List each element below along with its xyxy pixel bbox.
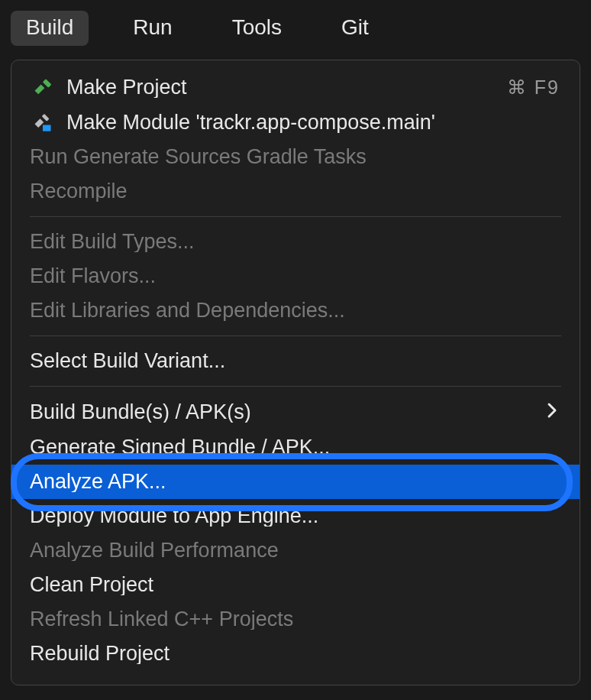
menu-item-label: Rebuild Project (30, 643, 561, 664)
menu-item-edit-flavors: Edit Flavors... (11, 259, 580, 293)
menu-item-shortcut: ⌘ F9 (507, 78, 561, 97)
chevron-right-icon (546, 401, 561, 423)
svg-rect-1 (42, 114, 50, 122)
svg-rect-0 (43, 79, 52, 88)
menu-item-label: Refresh Linked C++ Projects (30, 609, 561, 630)
menu-item-label: Edit Build Types... (30, 232, 561, 252)
menu-item-deploy-app-engine[interactable]: Deploy Module to App Engine... (11, 499, 580, 533)
menu-item-label: Deploy Module to App Engine... (30, 506, 561, 527)
menu-item-label: Analyze Build Performance (30, 540, 561, 561)
menu-item-refresh-cpp: Refresh Linked C++ Projects (11, 602, 580, 637)
menu-item-make-project[interactable]: Make Project ⌘ F9 (11, 70, 580, 105)
menubar-item-label: Build (26, 15, 73, 39)
menu-item-label: Run Generate Sources Gradle Tasks (30, 147, 561, 167)
menu-item-gen-signed[interactable]: Generate Signed Bundle / APK... (11, 430, 580, 465)
menu-item-label: Build Bundle(s) / APK(s) (30, 402, 535, 423)
menu-item-run-gen-sources: Run Generate Sources Gradle Tasks (11, 140, 580, 174)
menubar-item-label: Git (341, 15, 369, 39)
menu-item-label: Edit Libraries and Dependencies... (30, 300, 561, 321)
menu-item-label: Analyze APK... (30, 472, 561, 492)
menu-item-analyze-apk[interactable]: Analyze APK... (11, 465, 580, 499)
hammer-blue-icon (30, 112, 56, 133)
svg-rect-2 (43, 125, 51, 131)
menu-item-label: Make Module 'trackr.app-compose.main' (66, 112, 561, 133)
menu-item-clean-project[interactable]: Clean Project (11, 568, 580, 602)
menu-separator (30, 216, 561, 217)
build-menu-dropdown: Make Project ⌘ F9 Make Module 'trackr.ap… (11, 60, 580, 685)
menubar-item-run[interactable]: Run (118, 11, 187, 46)
menu-item-select-build-variant[interactable]: Select Build Variant... (11, 344, 580, 378)
menu-item-label: Select Build Variant... (30, 351, 561, 371)
menubar-item-label: Tools (232, 15, 282, 39)
menu-item-label: Edit Flavors... (30, 266, 561, 287)
menu-item-edit-build-types: Edit Build Types... (11, 225, 580, 259)
menu-item-label: Clean Project (30, 575, 561, 595)
menu-item-rebuild-project[interactable]: Rebuild Project (11, 637, 580, 671)
menu-item-label: Recompile (30, 181, 561, 202)
menubar-item-label: Run (133, 15, 172, 39)
menu-item-build-bundles[interactable]: Build Bundle(s) / APK(s) (11, 394, 580, 430)
menubar-item-build[interactable]: Build (11, 11, 89, 46)
menubar: Build Run Tools Git (0, 0, 591, 60)
menu-item-recompile: Recompile (11, 174, 580, 209)
menu-item-label: Generate Signed Bundle / APK... (30, 437, 561, 458)
menu-item-label: Make Project (66, 77, 496, 98)
menu-separator (30, 386, 561, 387)
menu-item-make-module[interactable]: Make Module 'trackr.app-compose.main' (11, 105, 580, 140)
menubar-item-git[interactable]: Git (326, 11, 384, 46)
hammer-green-icon (30, 76, 56, 98)
menu-item-edit-libs: Edit Libraries and Dependencies... (11, 293, 580, 328)
menu-item-analyze-build-perf: Analyze Build Performance (11, 533, 580, 568)
menubar-item-tools[interactable]: Tools (217, 11, 297, 46)
menu-separator (30, 335, 561, 336)
